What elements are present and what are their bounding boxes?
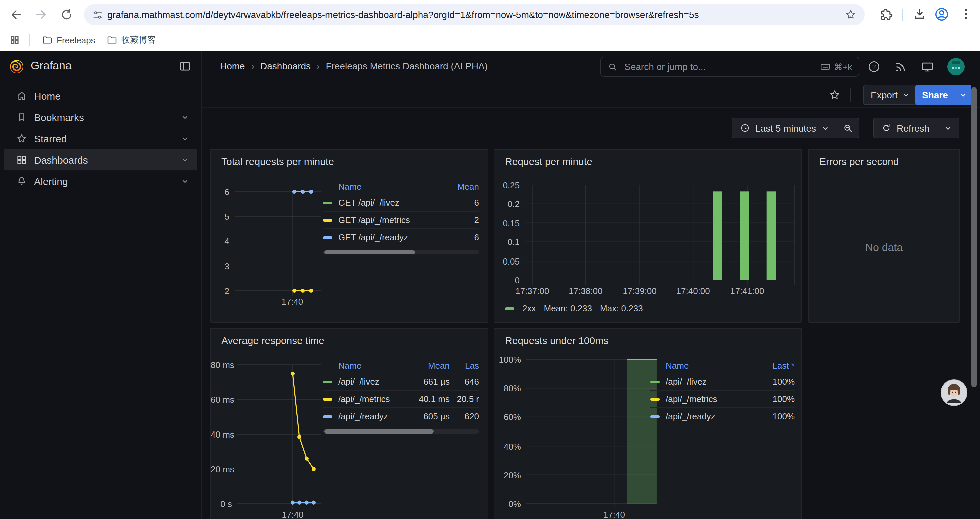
- sidebar-toggle-icon[interactable]: [179, 60, 191, 73]
- back-icon[interactable]: [10, 8, 23, 21]
- legend-col-mean[interactable]: Mean: [448, 181, 479, 192]
- chart-request-per-minute[interactable]: 0.250.20.150.10.05017:37:0017:38:0017:39…: [494, 150, 801, 322]
- download-icon[interactable]: [913, 7, 927, 21]
- chevron-down-icon[interactable]: [181, 177, 189, 185]
- search-shortcut: ⌘+k: [820, 61, 852, 72]
- page-scrollbar[interactable]: [971, 87, 977, 387]
- share-dropdown-button[interactable]: [955, 85, 971, 105]
- y-axis-tick: 2: [211, 286, 229, 296]
- refresh-button[interactable]: Refresh: [873, 118, 937, 138]
- legend-table: Name Mean Las /api/_/livez 661 µs 646 /a…: [323, 358, 479, 433]
- url-input[interactable]: [107, 10, 839, 20]
- legend-row[interactable]: /api/_/metrics 100%: [651, 391, 795, 408]
- panel-title[interactable]: Errors per second: [819, 156, 899, 167]
- sidebar-item-bookmarks[interactable]: Bookmarks: [4, 106, 197, 128]
- grafana-header: Grafana Home › Dashboards › Freeleaps Me…: [0, 51, 980, 83]
- legend-row[interactable]: GET /api/_/metrics 2: [323, 212, 479, 229]
- export-button[interactable]: Export: [863, 85, 918, 105]
- folder-icon: [42, 35, 53, 45]
- forward-icon[interactable]: [35, 8, 48, 21]
- search-icon: [608, 62, 618, 72]
- breadcrumb-home[interactable]: Home: [220, 61, 245, 72]
- legend-row[interactable]: /api/_/readyz 100%: [651, 408, 795, 425]
- x-axis-tick: 17:38:00: [569, 286, 602, 296]
- legend-col-last[interactable]: Last *: [764, 360, 795, 370]
- series-swatch: [323, 380, 332, 383]
- y-axis-tick: 20 ms: [211, 464, 232, 474]
- x-axis-tick: 17:37:00: [515, 286, 549, 296]
- reload-icon[interactable]: [60, 8, 73, 21]
- series-swatch: [651, 415, 660, 418]
- search-bar[interactable]: ⌘+k: [600, 57, 859, 77]
- x-axis-tick: 17:40:00: [676, 286, 710, 296]
- apps-grid-icon[interactable]: [10, 35, 20, 45]
- legend-col-name[interactable]: Name: [338, 181, 448, 192]
- toolbar-divider: [902, 9, 903, 21]
- chevron-down-icon[interactable]: [181, 113, 189, 121]
- zoom-out-button[interactable]: [837, 118, 859, 138]
- monitor-icon[interactable]: [921, 60, 934, 73]
- y-axis-tick: 0.2: [494, 200, 520, 209]
- profile-icon[interactable]: [934, 7, 949, 22]
- share-button[interactable]: Share: [915, 85, 955, 105]
- bookmark-item[interactable]: Freeleaps: [37, 32, 101, 48]
- y-axis-tick: 60%: [494, 412, 521, 423]
- extensions-icon[interactable]: [879, 7, 893, 21]
- x-axis-tick: 17:40: [603, 509, 625, 519]
- y-axis-tick: 5: [211, 212, 229, 222]
- bookmark-label: Freeleaps: [57, 35, 95, 45]
- chevron-down-icon[interactable]: [181, 155, 189, 164]
- time-picker-group: Last 5 minutes: [732, 118, 859, 138]
- address-bar[interactable]: [84, 4, 865, 26]
- bookmark-icon: [16, 111, 27, 123]
- legend-inline[interactable]: 2xx Mean: 0.233 Max: 0.233: [505, 303, 643, 313]
- legend-col-name[interactable]: Name: [666, 360, 764, 370]
- refresh-group: Refresh: [873, 118, 959, 138]
- legend-row[interactable]: /api/_/livez 661 µs 646: [323, 374, 479, 391]
- legend-row[interactable]: /api/_/livez 100%: [651, 374, 795, 391]
- refresh-interval-dropdown[interactable]: [937, 118, 959, 138]
- legend-header: Name Mean: [323, 179, 479, 194]
- sidebar-item-home[interactable]: Home: [4, 85, 197, 106]
- legend-scrollbar[interactable]: [323, 251, 479, 254]
- breadcrumb-dashboards[interactable]: Dashboards: [260, 61, 310, 72]
- legend-row[interactable]: GET /api/_/readyz 6: [323, 229, 479, 246]
- bookmark-item[interactable]: 收藏博客: [102, 32, 161, 48]
- home-icon: [16, 90, 27, 101]
- chevron-down-icon[interactable]: [181, 134, 189, 143]
- favorite-star-icon[interactable]: [829, 89, 841, 101]
- legend-row[interactable]: /api/_/readyz 605 µs 620: [323, 408, 479, 425]
- sidebar-item-alerting[interactable]: Alerting: [4, 170, 197, 192]
- assistant-avatar[interactable]: [941, 379, 967, 406]
- rss-icon[interactable]: [894, 60, 907, 73]
- bookmark-star-icon[interactable]: [845, 9, 857, 21]
- bell-icon: [16, 175, 27, 187]
- clock-icon: [740, 123, 750, 133]
- chevron-down-icon: [821, 124, 829, 132]
- search-input[interactable]: [623, 61, 815, 73]
- time-range-button[interactable]: Last 5 minutes: [732, 118, 837, 138]
- browser-toolbar: [0, 0, 980, 29]
- legend-col-last[interactable]: Las: [450, 360, 479, 370]
- sidebar-item-dashboards[interactable]: Dashboards: [4, 149, 197, 170]
- legend-row[interactable]: GET /api/_/livez 6: [323, 194, 479, 212]
- legend-col-name[interactable]: Name: [338, 360, 408, 370]
- help-icon[interactable]: ?: [867, 60, 881, 73]
- panel-average-response-time: Average response time 80 ms60 ms40 ms20 …: [210, 328, 488, 519]
- bookmarks-divider: [29, 34, 30, 46]
- y-axis-tick: 80%: [494, 383, 521, 393]
- y-axis-tick: 40%: [494, 441, 521, 451]
- y-axis-tick: 0.25: [494, 180, 520, 190]
- y-axis-tick: 0%: [494, 499, 521, 509]
- grafana-logo[interactable]: [10, 59, 24, 74]
- sidebar-item-starred[interactable]: Starred: [4, 128, 197, 149]
- y-axis-tick: 3: [211, 261, 229, 271]
- y-axis-tick: 100%: [494, 355, 521, 365]
- legend-scrollbar[interactable]: [323, 430, 479, 433]
- user-avatar[interactable]: [947, 58, 965, 75]
- browser-menu-icon[interactable]: [959, 7, 973, 21]
- bookmark-label: 收藏博客: [121, 34, 156, 46]
- site-settings-icon[interactable]: [92, 9, 103, 21]
- legend-col-mean[interactable]: Mean: [408, 360, 450, 370]
- legend-row[interactable]: /api/_/metrics 40.1 ms 20.5 r: [323, 391, 479, 408]
